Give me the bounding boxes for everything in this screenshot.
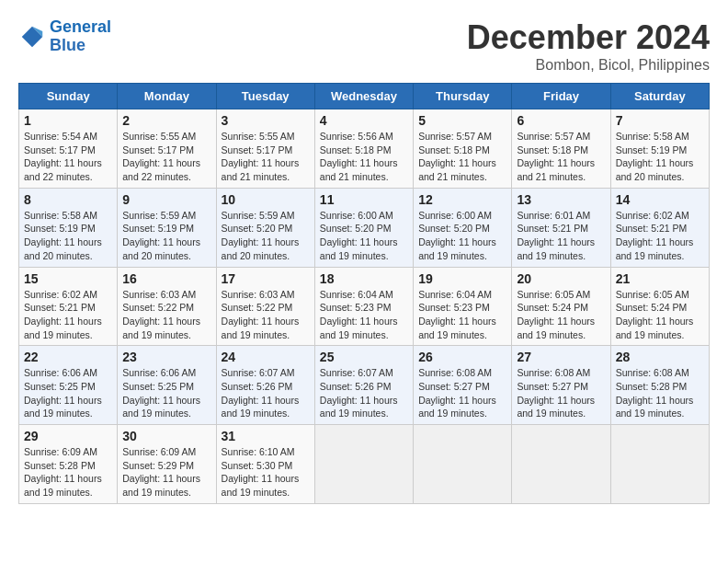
calendar-cell: [512, 425, 610, 504]
calendar-cell: 30 Sunrise: 6:09 AM Sunset: 5:29 PM Dayl…: [118, 425, 216, 504]
calendar-cell: 4 Sunrise: 5:56 AM Sunset: 5:18 PM Dayli…: [314, 109, 413, 189]
day-number: 11: [320, 192, 408, 207]
day-info: Sunrise: 5:55 AM Sunset: 5:17 PM Dayligh…: [222, 130, 310, 184]
day-number: 26: [418, 350, 506, 364]
header-friday: Friday: [512, 84, 610, 109]
calendar-cell: 16 Sunrise: 6:03 AM Sunset: 5:22 PM Dayl…: [118, 267, 216, 346]
day-info: Sunrise: 6:05 AM Sunset: 5:24 PM Dayligh…: [616, 288, 704, 342]
title-block: December 2024 Bombon, Bicol, Philippines: [467, 18, 710, 74]
day-info: Sunrise: 6:04 AM Sunset: 5:23 PM Dayligh…: [320, 288, 408, 342]
calendar-cell: 10 Sunrise: 5:59 AM Sunset: 5:20 PM Dayl…: [216, 188, 314, 267]
day-number: 14: [616, 192, 704, 207]
calendar-table: Sunday Monday Tuesday Wednesday Thursday…: [18, 83, 710, 504]
day-number: 8: [24, 192, 112, 207]
location-subtitle: Bombon, Bicol, Philippines: [467, 57, 710, 74]
calendar-cell: 31 Sunrise: 6:10 AM Sunset: 5:30 PM Dayl…: [216, 425, 314, 504]
header-monday: Monday: [118, 84, 216, 109]
day-number: 21: [616, 271, 704, 286]
day-number: 31: [222, 429, 310, 443]
day-number: 19: [418, 271, 506, 286]
day-info: Sunrise: 5:58 AM Sunset: 5:19 PM Dayligh…: [24, 209, 112, 263]
day-info: Sunrise: 5:55 AM Sunset: 5:17 PM Dayligh…: [122, 130, 210, 184]
day-number: 13: [517, 192, 605, 207]
day-info: Sunrise: 6:02 AM Sunset: 5:21 PM Dayligh…: [616, 209, 704, 263]
calendar-cell: 29 Sunrise: 6:09 AM Sunset: 5:28 PM Dayl…: [19, 425, 118, 504]
day-number: 12: [418, 192, 506, 207]
day-info: Sunrise: 5:57 AM Sunset: 5:18 PM Dayligh…: [517, 130, 605, 184]
week-row-2: 8 Sunrise: 5:58 AM Sunset: 5:19 PM Dayli…: [19, 188, 710, 267]
day-info: Sunrise: 6:03 AM Sunset: 5:22 PM Dayligh…: [222, 288, 310, 342]
calendar-cell: 7 Sunrise: 5:58 AM Sunset: 5:19 PM Dayli…: [610, 109, 709, 189]
day-number: 2: [122, 113, 210, 128]
day-number: 20: [517, 271, 605, 286]
day-info: Sunrise: 6:01 AM Sunset: 5:21 PM Dayligh…: [517, 209, 605, 263]
svg-marker-0: [22, 27, 43, 48]
calendar-cell: 19 Sunrise: 6:04 AM Sunset: 5:23 PM Dayl…: [414, 267, 512, 346]
day-number: 4: [320, 113, 408, 128]
calendar-cell: 28 Sunrise: 6:08 AM Sunset: 5:28 PM Dayl…: [610, 346, 709, 425]
day-info: Sunrise: 6:06 AM Sunset: 5:25 PM Dayligh…: [122, 366, 210, 420]
day-info: Sunrise: 5:59 AM Sunset: 5:20 PM Dayligh…: [222, 209, 310, 263]
day-info: Sunrise: 6:00 AM Sunset: 5:20 PM Dayligh…: [418, 209, 506, 263]
calendar-cell: [314, 425, 413, 504]
calendar-cell: 15 Sunrise: 6:02 AM Sunset: 5:21 PM Dayl…: [19, 267, 118, 346]
day-info: Sunrise: 6:07 AM Sunset: 5:26 PM Dayligh…: [320, 366, 408, 420]
day-info: Sunrise: 5:58 AM Sunset: 5:19 PM Dayligh…: [616, 130, 704, 184]
week-row-4: 22 Sunrise: 6:06 AM Sunset: 5:25 PM Dayl…: [19, 346, 710, 425]
day-number: 22: [24, 350, 112, 364]
day-info: Sunrise: 6:07 AM Sunset: 5:26 PM Dayligh…: [222, 366, 310, 420]
day-number: 17: [222, 271, 310, 286]
page-header: General Blue December 2024 Bombon, Bicol…: [18, 18, 710, 74]
day-number: 23: [122, 350, 210, 364]
day-number: 18: [320, 271, 408, 286]
day-number: 28: [616, 350, 704, 364]
week-row-5: 29 Sunrise: 6:09 AM Sunset: 5:28 PM Dayl…: [19, 425, 710, 504]
day-number: 9: [122, 192, 210, 207]
day-number: 30: [122, 429, 210, 443]
calendar-cell: 21 Sunrise: 6:05 AM Sunset: 5:24 PM Dayl…: [610, 267, 709, 346]
calendar-cell: 6 Sunrise: 5:57 AM Sunset: 5:18 PM Dayli…: [512, 109, 610, 189]
calendar-cell: 5 Sunrise: 5:57 AM Sunset: 5:18 PM Dayli…: [414, 109, 512, 189]
day-info: Sunrise: 5:59 AM Sunset: 5:19 PM Dayligh…: [122, 209, 210, 263]
header-tuesday: Tuesday: [216, 84, 314, 109]
day-number: 29: [24, 429, 112, 443]
logo-text: General Blue: [50, 18, 111, 55]
week-row-3: 15 Sunrise: 6:02 AM Sunset: 5:21 PM Dayl…: [19, 267, 710, 346]
day-info: Sunrise: 6:08 AM Sunset: 5:27 PM Dayligh…: [517, 366, 605, 420]
day-info: Sunrise: 6:05 AM Sunset: 5:24 PM Dayligh…: [517, 288, 605, 342]
calendar-cell: 12 Sunrise: 6:00 AM Sunset: 5:20 PM Dayl…: [414, 188, 512, 267]
day-number: 25: [320, 350, 408, 364]
calendar-cell: 18 Sunrise: 6:04 AM Sunset: 5:23 PM Dayl…: [314, 267, 413, 346]
calendar-cell: 2 Sunrise: 5:55 AM Sunset: 5:17 PM Dayli…: [118, 109, 216, 189]
day-number: 10: [222, 192, 310, 207]
day-number: 24: [222, 350, 310, 364]
day-info: Sunrise: 6:09 AM Sunset: 5:28 PM Dayligh…: [24, 445, 112, 500]
week-row-1: 1 Sunrise: 5:54 AM Sunset: 5:17 PM Dayli…: [19, 109, 710, 189]
logo-icon: [18, 23, 46, 51]
calendar-cell: 3 Sunrise: 5:55 AM Sunset: 5:17 PM Dayli…: [216, 109, 314, 189]
day-number: 6: [517, 113, 605, 128]
calendar-cell: 23 Sunrise: 6:06 AM Sunset: 5:25 PM Dayl…: [118, 346, 216, 425]
day-number: 16: [122, 271, 210, 286]
calendar-cell: [610, 425, 709, 504]
calendar-cell: 24 Sunrise: 6:07 AM Sunset: 5:26 PM Dayl…: [216, 346, 314, 425]
header-thursday: Thursday: [414, 84, 512, 109]
calendar-cell: 13 Sunrise: 6:01 AM Sunset: 5:21 PM Dayl…: [512, 188, 610, 267]
day-number: 7: [616, 113, 704, 128]
day-info: Sunrise: 6:08 AM Sunset: 5:27 PM Dayligh…: [418, 366, 506, 420]
day-number: 15: [24, 271, 112, 286]
calendar-cell: 1 Sunrise: 5:54 AM Sunset: 5:17 PM Dayli…: [19, 109, 118, 189]
calendar-cell: 22 Sunrise: 6:06 AM Sunset: 5:25 PM Dayl…: [19, 346, 118, 425]
header-saturday: Saturday: [610, 84, 709, 109]
calendar-cell: 17 Sunrise: 6:03 AM Sunset: 5:22 PM Dayl…: [216, 267, 314, 346]
calendar-cell: [414, 425, 512, 504]
header-row: Sunday Monday Tuesday Wednesday Thursday…: [19, 84, 710, 109]
calendar-cell: 9 Sunrise: 5:59 AM Sunset: 5:19 PM Dayli…: [118, 188, 216, 267]
day-number: 27: [517, 350, 605, 364]
day-number: 3: [222, 113, 310, 128]
day-number: 5: [418, 113, 506, 128]
day-info: Sunrise: 6:02 AM Sunset: 5:21 PM Dayligh…: [24, 288, 112, 342]
calendar-cell: 25 Sunrise: 6:07 AM Sunset: 5:26 PM Dayl…: [314, 346, 413, 425]
logo: General Blue: [18, 18, 111, 55]
calendar-cell: 14 Sunrise: 6:02 AM Sunset: 5:21 PM Dayl…: [610, 188, 709, 267]
